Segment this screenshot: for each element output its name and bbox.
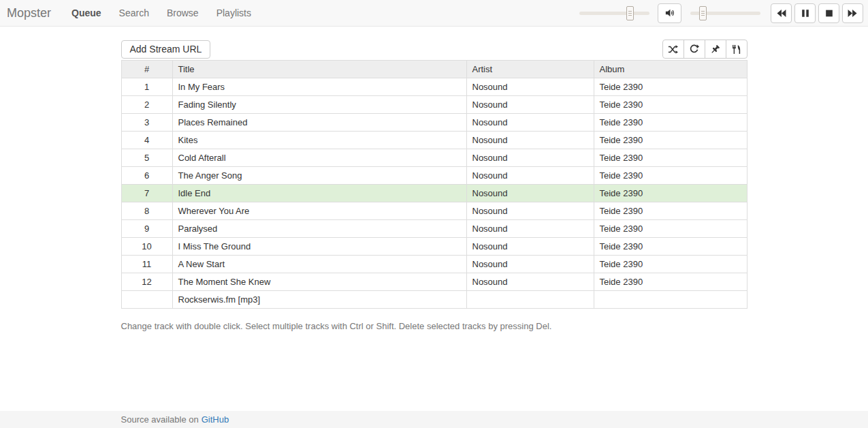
cell-album: Teide 2390 [594, 78, 747, 96]
table-row[interactable]: 10 I Miss The Ground Nosound Teide 2390 [121, 238, 747, 256]
pause-button[interactable] [794, 3, 816, 23]
footer-content: Source available on GitHub [121, 414, 748, 425]
table-row[interactable]: 8 Wherever You Are Nosound Teide 2390 [121, 202, 747, 220]
cell-album [594, 291, 747, 309]
cell-artist: Nosound [466, 256, 594, 273]
shuffle-button[interactable] [662, 40, 684, 59]
cell-artist: Nosound [466, 149, 594, 167]
cell-artist: Nosound [466, 220, 594, 238]
cell-track-number: 3 [121, 114, 172, 132]
table-row[interactable]: 11 A New Start Nosound Teide 2390 [121, 256, 747, 273]
cell-artist: Nosound [466, 238, 594, 256]
footer-text: Source available on [121, 414, 199, 425]
nav-item-queue[interactable]: Queue [63, 7, 110, 18]
cell-title: Places Remained [172, 114, 466, 132]
table-row[interactable]: 7 Idle End Nosound Teide 2390 [121, 185, 747, 202]
column-header-album: Album [594, 61, 747, 78]
cell-title: Kites [172, 132, 466, 149]
nav-item: Playlists [208, 0, 260, 26]
cell-album: Teide 2390 [594, 132, 747, 149]
shuffle-icon [668, 45, 678, 54]
cell-album: Teide 2390 [594, 273, 747, 291]
cell-track-number: 11 [121, 256, 172, 273]
seek-slider[interactable] [579, 12, 649, 15]
table-row[interactable]: 3 Places Remained Nosound Teide 2390 [121, 114, 747, 132]
github-link[interactable]: GitHub [202, 414, 229, 425]
thumbtack-icon [710, 44, 720, 55]
cell-artist: Nosound [466, 167, 594, 185]
queue-table: # Title Artist Album 1 In My Fears Nosou… [121, 60, 748, 309]
cell-album: Teide 2390 [594, 220, 747, 238]
previous-button[interactable] [771, 3, 792, 23]
cell-title: Paralysed [172, 220, 466, 238]
cell-track-number: 10 [121, 238, 172, 256]
cell-album: Teide 2390 [594, 167, 747, 185]
playback-mode-group [662, 40, 748, 59]
cell-artist: Nosound [466, 185, 594, 202]
nav-item: Search [110, 0, 158, 26]
cell-artist: Nosound [466, 114, 594, 132]
cell-artist [466, 291, 594, 309]
backward-icon [776, 9, 786, 18]
volume-slider-handle[interactable] [699, 6, 707, 20]
table-row[interactable]: Rockserwis.fm [mp3] [121, 291, 747, 309]
volume-mute-button[interactable] [658, 3, 681, 23]
cell-track-number: 7 [121, 185, 172, 202]
single-mode-button[interactable] [705, 40, 726, 59]
cell-album: Teide 2390 [594, 238, 747, 256]
cell-artist: Nosound [466, 202, 594, 220]
table-row[interactable]: 6 The Anger Song Nosound Teide 2390 [121, 167, 747, 185]
navbar-controls [579, 3, 863, 23]
seek-slider-handle[interactable] [626, 6, 634, 20]
consume-mode-button[interactable] [726, 40, 748, 59]
column-header-title: Title [172, 61, 466, 78]
cell-track-number: 8 [121, 202, 172, 220]
cell-title: Cold Afterall [172, 149, 466, 167]
cell-album: Teide 2390 [594, 202, 747, 220]
cell-track-number [121, 291, 172, 309]
volume-slider[interactable] [690, 12, 760, 15]
cell-track-number: 5 [121, 149, 172, 167]
table-row[interactable]: 2 Fading Silently Nosound Teide 2390 [121, 96, 747, 114]
footer: Source available on GitHub [0, 411, 868, 428]
queue-toolbar: Add Stream URL [121, 40, 748, 59]
nav-item: Queue [63, 0, 110, 26]
cell-track-number: 2 [121, 96, 172, 114]
hint-text: Change track with double click. Select m… [121, 321, 748, 331]
cell-album: Teide 2390 [594, 256, 747, 273]
queue-page: Add Stream URL [121, 40, 748, 331]
cell-artist: Nosound [466, 96, 594, 114]
cell-track-number: 4 [121, 132, 172, 149]
cell-title: A New Start [172, 256, 466, 273]
table-row[interactable]: 1 In My Fears Nosound Teide 2390 [121, 78, 747, 96]
cell-title: In My Fears [172, 78, 466, 96]
column-header-number: # [121, 61, 172, 78]
cell-album: Teide 2390 [594, 185, 747, 202]
add-stream-url-button[interactable]: Add Stream URL [121, 40, 211, 59]
stop-icon [824, 9, 834, 18]
cell-artist: Nosound [466, 273, 594, 291]
volume-up-icon [665, 8, 675, 18]
table-row[interactable]: 9 Paralysed Nosound Teide 2390 [121, 220, 747, 238]
cell-artist: Nosound [466, 78, 594, 96]
cell-title: I Miss The Ground [172, 238, 466, 256]
table-row[interactable]: 12 The Moment She Knew Nosound Teide 239… [121, 273, 747, 291]
nav-item-search[interactable]: Search [110, 7, 158, 18]
brand-mopster[interactable]: Mopster [7, 6, 51, 20]
cell-track-number: 1 [121, 78, 172, 96]
table-row[interactable]: 4 Kites Nosound Teide 2390 [121, 132, 747, 149]
cell-artist: Nosound [466, 132, 594, 149]
repeat-icon [689, 44, 699, 55]
nav-item-browse[interactable]: Browse [158, 7, 208, 18]
cell-title: The Anger Song [172, 167, 466, 185]
cell-title: Fading Silently [172, 96, 466, 114]
cell-album: Teide 2390 [594, 96, 747, 114]
repeat-button[interactable] [684, 40, 705, 59]
nav-item-playlists[interactable]: Playlists [208, 7, 260, 18]
cutlery-icon [731, 44, 741, 55]
stop-button[interactable] [818, 3, 839, 23]
cell-title: The Moment She Knew [172, 273, 466, 291]
table-row[interactable]: 5 Cold Afterall Nosound Teide 2390 [121, 149, 747, 167]
cell-title: Idle End [172, 185, 466, 202]
next-button[interactable] [842, 3, 863, 23]
